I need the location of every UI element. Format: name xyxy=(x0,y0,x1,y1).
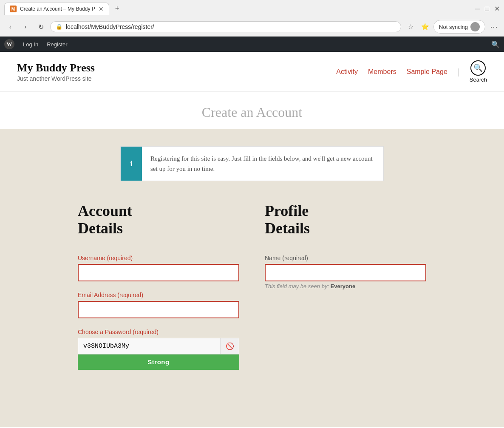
username-field-group: Username (required) xyxy=(78,255,239,281)
site-title[interactable]: My Buddy Press xyxy=(17,62,95,74)
info-box: i Registering for this site is easy. Jus… xyxy=(120,146,384,181)
wp-login-link[interactable]: Log In xyxy=(23,41,38,48)
password-wrapper: 🚫 xyxy=(78,338,239,354)
back-button[interactable]: ‹ xyxy=(4,21,16,33)
nav-divider: | xyxy=(458,67,459,77)
account-details-heading: Account Details xyxy=(78,202,239,238)
name-visibility-value: Everyone xyxy=(331,283,356,289)
wp-search-icon[interactable]: 🔍 xyxy=(491,40,500,48)
username-label: Username (required) xyxy=(78,255,239,261)
password-input[interactable] xyxy=(78,338,220,354)
strength-label: Strong xyxy=(147,358,169,366)
email-field-group: Email Address (required) xyxy=(78,292,239,318)
wp-register-link[interactable]: Register xyxy=(47,41,67,48)
wp-admin-links: Log In Register xyxy=(23,41,68,48)
sync-avatar xyxy=(470,22,480,31)
password-label: Choose a Password (required) xyxy=(78,329,239,335)
tab-title: Create an Account – My Buddy P xyxy=(20,6,95,12)
email-input[interactable] xyxy=(78,301,239,318)
browser-titlebar: M Create an Account – My Buddy P ✕ + ─ □… xyxy=(0,0,504,17)
sync-button[interactable]: Not syncing xyxy=(433,20,485,34)
refresh-button[interactable]: ↻ xyxy=(35,21,47,33)
address-bar[interactable]: 🔒 localhost/MyBuddyPress/register/ xyxy=(50,21,401,32)
browser-tab[interactable]: M Create an Account – My Buddy P ✕ xyxy=(4,3,109,15)
wp-logo[interactable]: W xyxy=(4,39,14,49)
minimize-button[interactable]: ─ xyxy=(475,5,480,13)
more-menu-button[interactable]: ⋯ xyxy=(488,21,500,33)
registration-form: Account Details Username (required) Emai… xyxy=(78,202,426,380)
sync-label: Not syncing xyxy=(439,24,468,30)
search-label: Search xyxy=(470,77,487,83)
forward-button[interactable]: › xyxy=(20,21,31,33)
main-content: i Registering for this site is easy. Jus… xyxy=(0,129,504,427)
page-header: Create an Account xyxy=(0,92,504,129)
browser-chrome: M Create an Account – My Buddy P ✕ + ─ □… xyxy=(0,0,504,37)
username-input[interactable] xyxy=(78,264,239,281)
site-header: My Buddy Press Just another WordPress si… xyxy=(0,52,504,92)
info-text: Registering for this site is easy. Just … xyxy=(142,147,383,181)
tab-favicon: M xyxy=(10,6,17,12)
close-button[interactable]: ✕ xyxy=(494,5,500,13)
password-toggle-button[interactable]: 🚫 xyxy=(220,338,239,354)
toolbar-actions: ☆ ⭐ Not syncing ⋯ xyxy=(405,20,500,34)
maximize-button[interactable]: □ xyxy=(485,5,489,13)
search-icon: 🔍 xyxy=(470,60,486,76)
eye-slash-icon: 🚫 xyxy=(226,342,234,350)
nav-sample-page[interactable]: Sample Page xyxy=(407,68,447,76)
page-title: Create an Account xyxy=(0,105,504,120)
url-text: localhost/MyBuddyPress/register/ xyxy=(66,23,396,30)
browser-toolbar: ‹ › ↻ 🔒 localhost/MyBuddyPress/register/… xyxy=(0,17,504,36)
site-navigation: Activity Members Sample Page | 🔍 Search xyxy=(336,60,487,83)
name-field-group: Name (required) This field may be seen b… xyxy=(265,255,426,289)
name-label: Name (required) xyxy=(265,255,426,261)
content-inner: i Registering for this site is easy. Jus… xyxy=(61,146,443,380)
name-visibility-note: This field may be seen by: Everyone xyxy=(265,283,426,289)
password-strength-bar: Strong xyxy=(78,354,239,370)
info-icon: i xyxy=(121,147,142,181)
bookmark-button[interactable]: ☆ xyxy=(405,21,416,33)
name-input[interactable] xyxy=(265,264,426,281)
site-branding: My Buddy Press Just another WordPress si… xyxy=(17,62,95,82)
tab-close-button[interactable]: ✕ xyxy=(99,6,104,12)
lock-icon: 🔒 xyxy=(56,23,62,30)
window-controls: ─ □ ✕ xyxy=(475,5,500,13)
wp-admin-bar: W Log In Register 🔍 xyxy=(0,37,504,52)
new-tab-button[interactable]: + xyxy=(113,3,122,14)
nav-search-button[interactable]: 🔍 Search xyxy=(470,60,487,83)
nav-members[interactable]: Members xyxy=(368,68,396,76)
collections-button[interactable]: ⭐ xyxy=(419,21,431,33)
nav-activity[interactable]: Activity xyxy=(336,68,358,76)
profile-details-heading: Profile Details xyxy=(265,202,426,238)
password-field-group: Choose a Password (required) 🚫 Strong xyxy=(78,329,239,370)
profile-details-section: Profile Details Name (required) This fie… xyxy=(265,202,426,380)
email-label: Email Address (required) xyxy=(78,292,239,298)
account-details-section: Account Details Username (required) Emai… xyxy=(78,202,239,380)
site-description: Just another WordPress site xyxy=(17,75,95,82)
